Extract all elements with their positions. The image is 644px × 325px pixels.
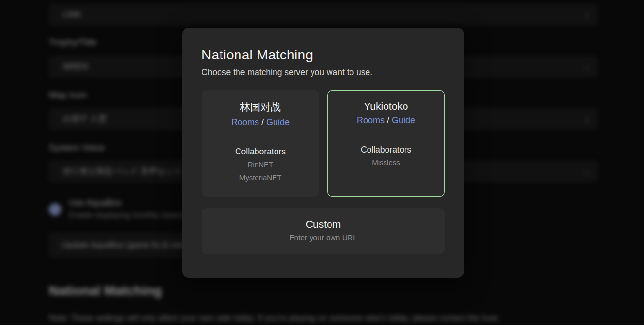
custom-card-subtitle: Enter your own URL <box>202 233 445 242</box>
custom-card-title: Custom <box>202 218 445 230</box>
collaborator-name: Missless <box>328 157 444 168</box>
card-divider <box>212 137 309 137</box>
link-separator: / <box>259 117 266 127</box>
collaborators-heading: Collaborators <box>202 147 319 157</box>
server-card-row: 林国对战 Rooms / Guide Collaborators RinNET … <box>202 90 445 197</box>
custom-server-card[interactable]: Custom Enter your own URL <box>202 208 445 254</box>
server-name: 林国对战 <box>202 100 319 114</box>
rooms-link[interactable]: Rooms <box>231 117 259 127</box>
server-card-linguo[interactable]: 林国对战 Rooms / Guide Collaborators RinNET … <box>202 90 319 197</box>
modal-title: National Matching <box>202 47 445 63</box>
card-divider <box>337 135 435 135</box>
guide-link[interactable]: Guide <box>266 117 290 127</box>
server-card-yukiotoko[interactable]: Yukiotoko Rooms / Guide Collaborators Mi… <box>327 90 445 197</box>
collaborators-heading: Collaborators <box>328 145 444 155</box>
modal-subtitle: Choose the matching server you want to u… <box>202 67 445 77</box>
server-links: Rooms / Guide <box>202 117 319 128</box>
guide-link[interactable]: Guide <box>392 115 415 125</box>
collaborator-name: RinNET <box>202 159 319 170</box>
page: LINK ⌄ Trophy/Title WREN ⌄ Map Icon お団子 … <box>0 0 644 325</box>
collaborator-name: MysteriaNET <box>202 172 319 183</box>
rooms-link[interactable]: Rooms <box>357 115 385 125</box>
server-links: Rooms / Guide <box>328 115 444 126</box>
server-name: Yukiotoko <box>328 100 444 112</box>
link-separator: / <box>385 115 392 125</box>
national-matching-modal: National Matching Choose the matching se… <box>182 28 464 278</box>
